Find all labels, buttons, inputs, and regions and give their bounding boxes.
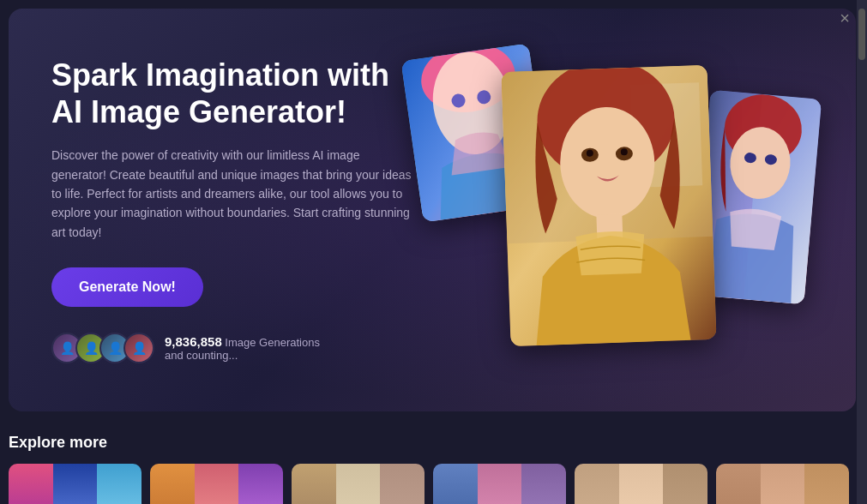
- explore-title: Explore more: [9, 434, 858, 452]
- close-button[interactable]: ×: [840, 9, 850, 28]
- scrollbar-thumb[interactable]: [858, 9, 865, 60]
- generate-now-button[interactable]: Generate Now!: [51, 267, 203, 307]
- explore-card-img-part: [380, 464, 424, 504]
- hero-content: Spark Imagination with AI Image Generato…: [51, 57, 412, 363]
- explore-card-img-part: [804, 464, 849, 504]
- explore-card-img-part: [150, 464, 195, 504]
- explore-card-boobs[interactable]: AI Boobs Generator: [575, 464, 707, 504]
- explore-card-img-part: [575, 464, 619, 504]
- hero-description: Discover the power of creativity with ou…: [51, 146, 412, 242]
- explore-card-image-anime: [9, 464, 141, 504]
- hero-title: Spark Imagination with AI Image Generato…: [51, 57, 412, 130]
- explore-card-img-part: [97, 464, 141, 504]
- stats-number: 9,836,858: [165, 334, 222, 349]
- explore-card-image-nudes: [716, 464, 849, 504]
- explore-card-hentai[interactable]: AI Hentai Art: [433, 464, 566, 504]
- explore-section: Explore more AI Anime Art Hot AI Anime A…: [0, 420, 867, 504]
- explore-card-img-part: [716, 464, 761, 504]
- explore-card-image-realistic: [292, 464, 424, 504]
- hero-section: Spark Imagination with AI Image Generato…: [9, 9, 856, 411]
- hero-image-main: [501, 65, 716, 346]
- stats-row: 👤 👤 👤 👤 9,836,858 Image Generations and …: [51, 333, 412, 363]
- explore-card-image-hentai: [433, 464, 566, 504]
- explore-card-img-part: [292, 464, 336, 504]
- stats-text: 9,836,858 Image Generations and counting…: [165, 334, 320, 362]
- explore-card-img-part: [238, 464, 283, 504]
- explore-card-image-boobs: [575, 464, 707, 504]
- explore-card-hot-anime[interactable]: Hot AI Anime Art: [150, 464, 283, 504]
- stats-sublabel: and counting...: [165, 349, 320, 362]
- explore-card-nudes[interactable]: AI Nudes Generator: [716, 464, 849, 504]
- avatar: 👤: [123, 333, 154, 363]
- explore-card-img-part: [195, 464, 239, 504]
- explore-card-img-part: [9, 464, 53, 504]
- avatar-group: 👤 👤 👤 👤: [51, 333, 154, 363]
- explore-card-img-part: [478, 464, 522, 504]
- explore-card-image-hot-anime: [150, 464, 283, 504]
- explore-grid: AI Anime Art Hot AI Anime Art Realistic …: [9, 464, 858, 504]
- hero-images: [412, 51, 822, 369]
- explore-card-img-part: [336, 464, 381, 504]
- explore-card-img-part: [663, 464, 707, 504]
- explore-card-img-part: [433, 464, 478, 504]
- scrollbar[interactable]: [857, 0, 867, 504]
- explore-card-img-part: [521, 464, 566, 504]
- stats-label: Image Generations: [225, 336, 320, 349]
- explore-card-img-part: [53, 464, 98, 504]
- explore-card-img-part: [619, 464, 664, 504]
- explore-card-img-part: [761, 464, 805, 504]
- explore-card-realistic[interactable]: Realistic AI Art: [292, 464, 424, 504]
- explore-card-anime[interactable]: AI Anime Art: [9, 464, 141, 504]
